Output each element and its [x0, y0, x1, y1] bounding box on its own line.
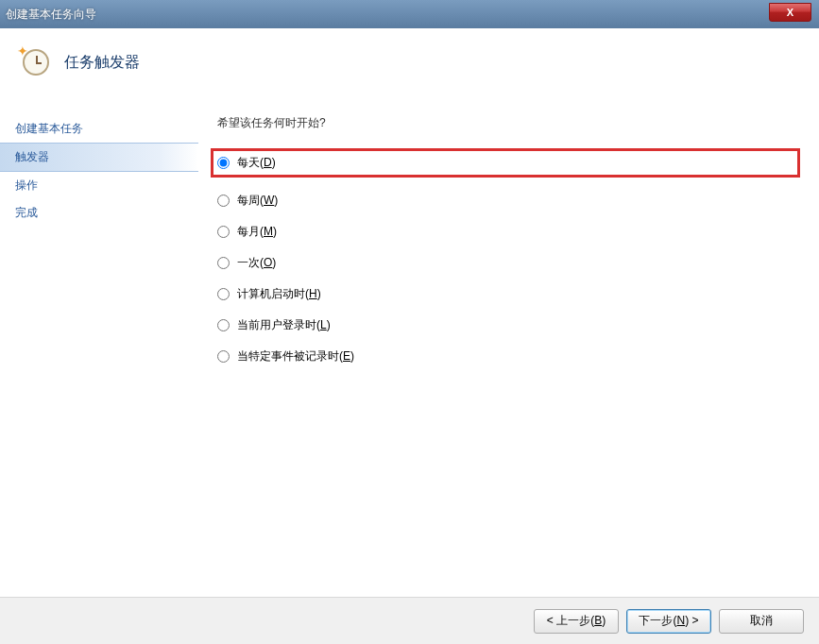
next-button[interactable]: 下一步(N) > [626, 609, 711, 634]
radio-computer-start[interactable]: 计算机启动时(H) [217, 286, 800, 302]
close-icon: X [787, 7, 793, 18]
titlebar: 创建基本任务向导 X [0, 0, 819, 28]
radio-weekly-input[interactable] [217, 195, 230, 207]
sidebar-item-finish[interactable]: 完成 [15, 199, 198, 227]
page-title: 任务触发器 [64, 53, 140, 73]
radio-once[interactable]: 一次(O) [217, 255, 800, 271]
task-scheduler-icon: ✦ [19, 45, 53, 79]
radio-monthly-label: 每月(M) [237, 224, 277, 240]
window-title: 创建基本任务向导 [6, 7, 96, 23]
wizard-header: ✦ 任务触发器 [0, 28, 819, 87]
radio-user-login-input[interactable] [217, 319, 230, 331]
wizard-sidebar: 创建基本任务 触发器 操作 完成 [0, 115, 198, 364]
highlight-annotation: 每天(D) [211, 148, 800, 178]
sidebar-item-action[interactable]: 操作 [15, 172, 198, 199]
button-bar: < 上一步(B) 下一步(N) > 取消 [0, 597, 819, 644]
sidebar-item-label: 操作 [15, 178, 38, 192]
next-button-label: 下一步(N) > [639, 613, 698, 629]
main-content: 希望该任务何时开始? 每天(D) 每周(W) 每月 [198, 115, 819, 364]
radio-computer-start-label: 计算机启动时(H) [237, 286, 321, 302]
back-button-label: < 上一步(B) [547, 613, 606, 629]
radio-computer-start-input[interactable] [217, 288, 230, 300]
radio-daily-label: 每天(D) [237, 155, 276, 171]
cancel-button-label: 取消 [750, 613, 773, 629]
sidebar-item-label: 触发器 [15, 150, 49, 163]
back-button[interactable]: < 上一步(B) [534, 609, 619, 634]
radio-monthly-input[interactable] [217, 226, 230, 238]
radio-event-logged-label: 当特定事件被记录时(E) [237, 348, 354, 364]
radio-event-logged-input[interactable] [217, 350, 230, 363]
sidebar-item-trigger[interactable]: 触发器 [0, 143, 198, 172]
content-area: 创建基本任务 触发器 操作 完成 希望该任务何时开始? 每天(D) [0, 87, 819, 364]
radio-once-input[interactable] [217, 257, 230, 269]
radio-user-login-label: 当前用户登录时(L) [237, 317, 331, 333]
trigger-radio-group: 每天(D) 每周(W) 每月(M) 一次(O) [217, 148, 800, 364]
radio-weekly[interactable]: 每周(W) [217, 193, 800, 209]
sidebar-item-label: 创建基本任务 [15, 122, 83, 135]
radio-user-login[interactable]: 当前用户登录时(L) [217, 317, 800, 333]
sidebar-item-create-task[interactable]: 创建基本任务 [15, 115, 198, 143]
radio-once-label: 一次(O) [237, 255, 276, 271]
radio-daily[interactable]: 每天(D) [217, 155, 276, 171]
dialog-body: ✦ 任务触发器 创建基本任务 触发器 操作 完成 希望该任务何时开始? [0, 28, 819, 597]
clock-icon [23, 49, 49, 76]
close-button[interactable]: X [769, 3, 811, 22]
trigger-question: 希望该任务何时开始? [217, 115, 800, 131]
sidebar-item-label: 完成 [15, 206, 38, 219]
radio-monthly[interactable]: 每月(M) [217, 224, 800, 240]
cancel-button[interactable]: 取消 [719, 609, 804, 634]
radio-event-logged[interactable]: 当特定事件被记录时(E) [217, 348, 800, 364]
radio-weekly-label: 每周(W) [237, 193, 278, 209]
radio-daily-input[interactable] [217, 157, 230, 169]
